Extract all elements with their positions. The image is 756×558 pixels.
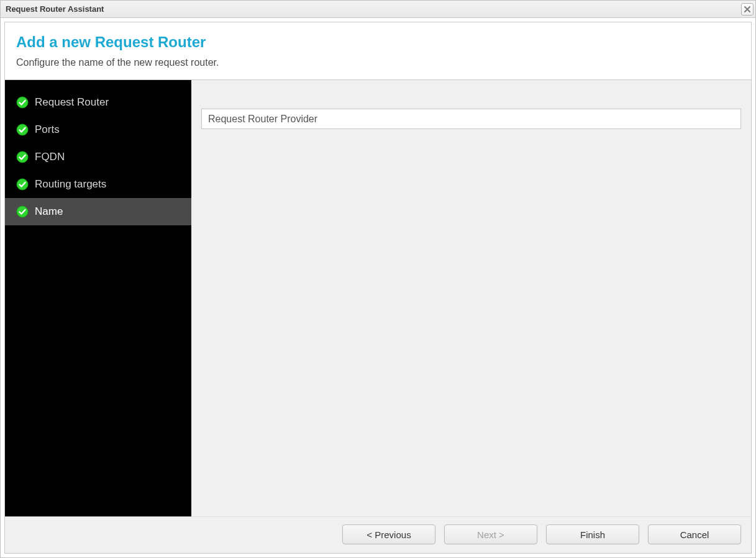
wizard-steps-sidebar: Request Router Ports FQDN <box>5 80 191 516</box>
close-button[interactable] <box>741 3 754 16</box>
wizard-content <box>191 80 751 516</box>
step-label: Name <box>35 205 63 218</box>
svg-point-0 <box>17 97 28 108</box>
step-label: Request Router <box>35 96 109 109</box>
next-button[interactable]: Next > <box>444 524 537 544</box>
step-ports[interactable]: Ports <box>5 116 191 143</box>
svg-point-4 <box>17 206 28 217</box>
check-icon <box>16 205 29 218</box>
svg-point-3 <box>17 179 28 190</box>
close-icon <box>744 6 751 13</box>
wizard-subtitle: Configure the name of the new request ro… <box>16 57 740 68</box>
wizard-footer: < Previous Next > Finish Cancel <box>5 516 751 553</box>
step-label: Ports <box>35 124 60 136</box>
svg-point-1 <box>17 124 28 135</box>
router-name-input[interactable] <box>201 109 741 129</box>
cancel-button[interactable]: Cancel <box>648 524 741 544</box>
finish-button[interactable]: Finish <box>546 524 639 544</box>
request-router-assistant-dialog: Request Router Assistant Add a new Reque… <box>0 0 756 558</box>
svg-point-2 <box>17 151 28 163</box>
previous-button[interactable]: < Previous <box>342 524 435 544</box>
check-icon <box>16 151 29 163</box>
wizard-header: Add a new Request Router Configure the n… <box>5 22 751 80</box>
step-request-router[interactable]: Request Router <box>5 89 191 116</box>
wizard-body: Request Router Ports FQDN <box>5 80 751 516</box>
step-label: FQDN <box>35 151 65 163</box>
step-label: Routing targets <box>35 178 106 191</box>
wizard-title: Add a new Request Router <box>16 34 740 51</box>
step-name[interactable]: Name <box>5 198 191 225</box>
dialog-title: Request Router Assistant <box>6 4 104 14</box>
dialog-inner: Add a new Request Router Configure the n… <box>4 22 752 554</box>
step-routing-targets[interactable]: Routing targets <box>5 171 191 198</box>
step-fqdn[interactable]: FQDN <box>5 143 191 171</box>
titlebar: Request Router Assistant <box>1 1 755 18</box>
check-icon <box>16 96 29 109</box>
check-icon <box>16 124 29 136</box>
check-icon <box>16 178 29 191</box>
